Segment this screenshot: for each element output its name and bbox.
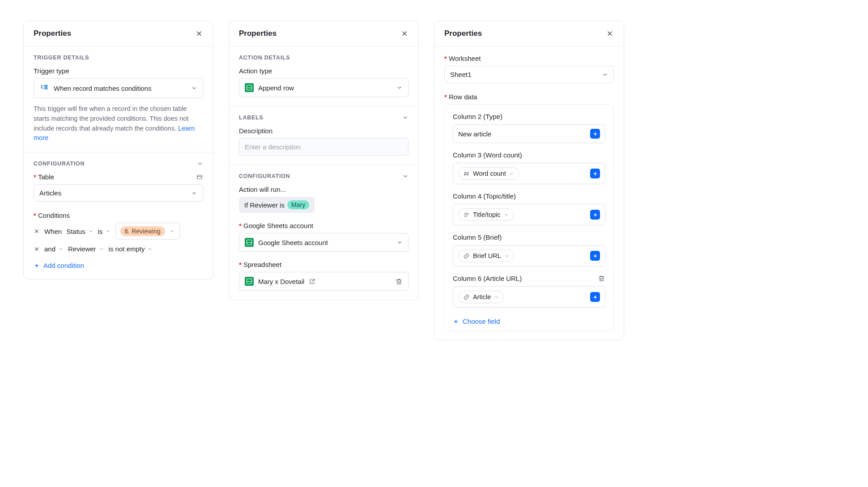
field-token[interactable]: Brief URL	[458, 250, 514, 262]
row-data-item: Column 5 (Brief) Brief URL	[453, 233, 605, 267]
rowdata-label: Row data	[444, 93, 614, 101]
gs-account-select[interactable]: Google Sheets account	[239, 233, 408, 252]
properties-panel-rowdata: Properties Worksheet Sheet1 Row data Col…	[434, 21, 624, 340]
condition-prefix: When	[44, 228, 62, 235]
chevron-down-icon	[494, 295, 499, 300]
close-icon[interactable]	[606, 30, 614, 38]
status-pill: 6. Reviewing	[120, 226, 165, 236]
action-run-label: Action will run...	[239, 186, 408, 193]
trigger-type-value: When record matches conditions	[54, 85, 151, 92]
description-input[interactable]	[239, 138, 408, 156]
add-token-button[interactable]	[590, 129, 600, 139]
close-icon[interactable]	[400, 30, 408, 38]
add-token-button[interactable]	[590, 210, 600, 220]
worksheet-value: Sheet1	[450, 71, 472, 78]
section-header-configuration: CONFIGURATION	[239, 173, 290, 179]
number-icon	[463, 170, 470, 177]
trash-icon[interactable]	[395, 278, 403, 285]
action-type-label: Action type	[239, 67, 408, 75]
field-token[interactable]: Article	[458, 291, 504, 303]
chevron-down-icon[interactable]	[197, 161, 203, 167]
row-data-label: Column 5 (Brief)	[453, 233, 502, 241]
panel-title: Properties	[444, 29, 482, 38]
conditions-label: Conditions	[34, 212, 203, 219]
plus-icon	[592, 131, 598, 137]
condition-operator-select[interactable]: is not empty	[109, 245, 153, 253]
row-data-input[interactable]: Title/topic	[453, 204, 605, 225]
worksheet-label: Worksheet	[444, 55, 614, 62]
trigger-help-text: This trigger will fire when a record in …	[34, 104, 203, 143]
plus-icon	[592, 171, 598, 177]
plus-icon	[453, 318, 459, 325]
svg-rect-0	[197, 175, 202, 179]
field-token-label: Article	[473, 293, 491, 301]
action-type-select[interactable]: Append row	[239, 78, 408, 97]
row-data-label: Column 3 (Word count)	[453, 151, 522, 159]
condition-join-select[interactable]: and	[44, 245, 64, 253]
conditions-icon	[39, 83, 49, 93]
chevron-down-icon	[106, 229, 111, 234]
field-token-label: Word count	[473, 170, 506, 177]
row-text-value: New article	[458, 130, 491, 138]
add-token-button[interactable]	[590, 292, 600, 302]
row-data-input[interactable]: Article	[453, 286, 605, 308]
row-data-item: Column 4 (Topic/title) Title/topic	[453, 192, 605, 225]
chevron-down-icon	[602, 72, 608, 78]
row-data-item: Column 3 (Word count) Word count	[453, 151, 605, 184]
add-token-button[interactable]	[590, 169, 600, 178]
chevron-down-icon	[396, 239, 403, 246]
row-data-label: Column 6 (Article URL)	[453, 275, 522, 282]
properties-panel-trigger: Properties TRIGGER DETAILS Trigger type …	[23, 21, 213, 279]
external-link-icon[interactable]	[309, 278, 315, 285]
condition-row: and Reviewer is not empty	[34, 245, 203, 253]
chevron-down-icon	[509, 171, 514, 176]
field-token-label: Title/topic	[473, 211, 501, 218]
remove-condition-icon[interactable]	[34, 228, 40, 234]
spreadsheet-select[interactable]: Mary x Dovetail	[239, 272, 408, 291]
spreadsheet-value: Mary x Dovetail	[258, 278, 304, 285]
table-value: Articles	[39, 189, 61, 197]
condition-field-select[interactable]: Status	[66, 228, 94, 235]
close-icon[interactable]	[195, 30, 203, 38]
gs-account-value: Google Sheets account	[258, 239, 328, 246]
field-token[interactable]: Title/topic	[458, 208, 514, 221]
chevron-down-icon[interactable]	[402, 173, 408, 179]
properties-panel-action: Properties ACTION DETAILS Action type Ap…	[229, 21, 419, 300]
row-data-input[interactable]: Word count	[453, 163, 605, 184]
chevron-down-icon	[396, 85, 403, 91]
google-sheets-icon	[245, 238, 254, 247]
add-token-button[interactable]	[590, 251, 600, 261]
table-label: Table	[34, 173, 54, 181]
panel-title: Properties	[34, 29, 71, 38]
chevron-down-icon	[191, 85, 197, 91]
run-condition-chip[interactable]: If Reviewer is Mary	[239, 197, 315, 213]
chevron-down-icon[interactable]	[402, 114, 408, 121]
condition-field-select[interactable]: Reviewer	[68, 245, 104, 253]
row-data-label: Column 4 (Topic/title)	[453, 192, 516, 200]
section-header-trigger-details: TRIGGER DETAILS	[34, 55, 203, 61]
google-sheets-icon	[245, 277, 254, 286]
trash-icon[interactable]	[598, 275, 605, 282]
plus-icon	[592, 253, 598, 259]
chevron-down-icon	[504, 212, 509, 217]
row-data-input[interactable]: New article	[453, 124, 605, 143]
worksheet-select[interactable]: Sheet1	[444, 66, 614, 83]
choose-field-button[interactable]: Choose field	[453, 318, 500, 325]
chevron-down-icon	[88, 229, 94, 234]
remove-condition-icon[interactable]	[34, 246, 40, 252]
table-select[interactable]: Articles	[34, 184, 203, 202]
section-header-configuration: CONFIGURATION	[34, 161, 85, 167]
trigger-type-select[interactable]: When record matches conditions	[34, 78, 203, 98]
row-data-item: Column 6 (Article URL) Article	[453, 275, 605, 308]
expand-icon[interactable]	[196, 174, 203, 181]
plus-icon	[34, 263, 40, 269]
field-token[interactable]: Word count	[458, 167, 519, 180]
condition-value-select[interactable]: 6. Reviewing	[115, 223, 180, 240]
row-data-item: Column 2 (Type) New article	[453, 113, 605, 143]
action-type-value: Append row	[258, 84, 294, 92]
add-condition-button[interactable]: Add condition	[34, 262, 84, 269]
row-data-label: Column 2 (Type)	[453, 113, 502, 120]
row-data-input[interactable]: Brief URL	[453, 245, 605, 267]
condition-operator-select[interactable]: is	[98, 228, 111, 235]
chevron-down-icon	[170, 229, 175, 234]
